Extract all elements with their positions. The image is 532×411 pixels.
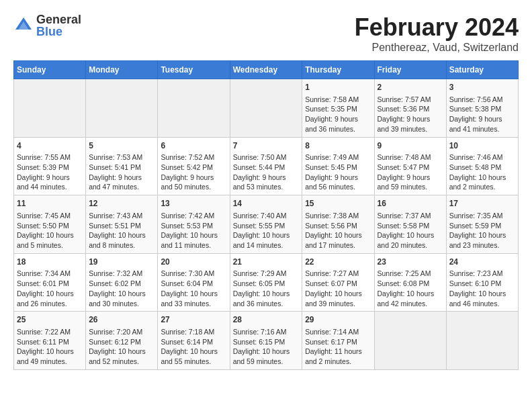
day-info: Sunrise: 7:57 AMSunset: 5:36 PMDaylight:… xyxy=(378,95,443,134)
day-info: Sunrise: 7:25 AMSunset: 6:08 PMDaylight:… xyxy=(378,269,443,308)
day-info: Sunrise: 7:14 AMSunset: 6:17 PMDaylight:… xyxy=(305,327,371,367)
logo: General Blue xyxy=(13,13,81,38)
calendar-cell: 14Sunrise: 7:40 AMSunset: 5:55 PMDayligh… xyxy=(230,195,302,254)
calendar-cell xyxy=(230,79,302,138)
calendar-cell: 11Sunrise: 7:45 AMSunset: 5:50 PMDayligh… xyxy=(14,195,86,254)
calendar-cell: 7Sunrise: 7:50 AMSunset: 5:44 PMDaylight… xyxy=(230,137,302,195)
calendar-body: 1Sunrise: 7:58 AMSunset: 5:35 PMDaylight… xyxy=(14,79,519,370)
day-info: Sunrise: 7:46 AMSunset: 5:48 PMDaylight:… xyxy=(449,152,515,192)
day-info: Sunrise: 7:30 AMSunset: 6:04 PMDaylight:… xyxy=(161,269,226,308)
calendar-cell: 12Sunrise: 7:43 AMSunset: 5:51 PMDayligh… xyxy=(86,195,158,254)
day-number: 29 xyxy=(305,314,371,326)
calendar-cell: 9Sunrise: 7:48 AMSunset: 5:47 PMDaylight… xyxy=(374,137,446,195)
calendar-cell: 20Sunrise: 7:30 AMSunset: 6:04 PMDayligh… xyxy=(158,253,230,312)
day-info: Sunrise: 7:37 AMSunset: 5:58 PMDaylight:… xyxy=(378,211,443,250)
calendar-cell: 24Sunrise: 7:23 AMSunset: 6:10 PMDayligh… xyxy=(446,253,518,312)
calendar-cell: 25Sunrise: 7:22 AMSunset: 6:11 PMDayligh… xyxy=(14,312,86,370)
day-number: 8 xyxy=(305,140,371,152)
weekday-sunday: Sunday xyxy=(14,61,86,79)
day-number: 12 xyxy=(89,198,154,210)
day-number: 21 xyxy=(233,257,300,268)
week-row-3: 18Sunrise: 7:34 AMSunset: 6:01 PMDayligh… xyxy=(14,253,519,312)
day-number: 11 xyxy=(17,198,83,210)
logo-general: General xyxy=(36,13,81,26)
calendar-cell xyxy=(446,312,518,370)
logo-icon xyxy=(13,15,34,36)
calendar-cell: 22Sunrise: 7:27 AMSunset: 6:07 PMDayligh… xyxy=(302,253,374,312)
day-info: Sunrise: 7:40 AMSunset: 5:55 PMDaylight:… xyxy=(233,211,300,250)
logo-blue: Blue xyxy=(36,26,81,38)
day-number: 19 xyxy=(89,257,154,268)
day-info: Sunrise: 7:50 AMSunset: 5:44 PMDaylight:… xyxy=(233,152,300,192)
day-info: Sunrise: 7:32 AMSunset: 6:02 PMDaylight:… xyxy=(89,269,154,308)
page-title: February 2024 xyxy=(355,13,519,42)
calendar-cell: 23Sunrise: 7:25 AMSunset: 6:08 PMDayligh… xyxy=(374,253,446,312)
day-number: 13 xyxy=(161,198,226,210)
calendar-cell: 15Sunrise: 7:38 AMSunset: 5:56 PMDayligh… xyxy=(302,195,374,254)
day-info: Sunrise: 7:58 AMSunset: 5:35 PMDaylight:… xyxy=(305,95,371,134)
calendar-cell: 16Sunrise: 7:37 AMSunset: 5:58 PMDayligh… xyxy=(374,195,446,254)
day-number: 1 xyxy=(305,82,371,93)
weekday-saturday: Saturday xyxy=(446,61,518,79)
day-info: Sunrise: 7:42 AMSunset: 5:53 PMDaylight:… xyxy=(161,211,226,250)
day-number: 18 xyxy=(17,257,83,268)
calendar-header: SundayMondayTuesdayWednesdayThursdayFrid… xyxy=(14,61,519,79)
day-info: Sunrise: 7:49 AMSunset: 5:45 PMDaylight:… xyxy=(305,152,371,192)
logo-text: General Blue xyxy=(36,13,81,38)
calendar-cell: 6Sunrise: 7:52 AMSunset: 5:42 PMDaylight… xyxy=(158,137,230,195)
day-info: Sunrise: 7:27 AMSunset: 6:07 PMDaylight:… xyxy=(305,269,371,308)
calendar-cell: 29Sunrise: 7:14 AMSunset: 6:17 PMDayligh… xyxy=(302,312,374,370)
day-number: 5 xyxy=(89,140,154,152)
day-info: Sunrise: 7:55 AMSunset: 5:39 PMDaylight:… xyxy=(17,152,83,192)
calendar-cell: 2Sunrise: 7:57 AMSunset: 5:36 PMDaylight… xyxy=(374,79,446,138)
calendar-table: SundayMondayTuesdayWednesdayThursdayFrid… xyxy=(13,60,519,370)
weekday-friday: Friday xyxy=(374,61,446,79)
day-info: Sunrise: 7:38 AMSunset: 5:56 PMDaylight:… xyxy=(305,211,371,250)
weekday-thursday: Thursday xyxy=(302,61,374,79)
day-info: Sunrise: 7:22 AMSunset: 6:11 PMDaylight:… xyxy=(17,327,83,367)
calendar-cell: 26Sunrise: 7:20 AMSunset: 6:12 PMDayligh… xyxy=(86,312,158,370)
day-number: 26 xyxy=(89,314,154,326)
day-number: 22 xyxy=(305,257,371,268)
calendar-cell: 19Sunrise: 7:32 AMSunset: 6:02 PMDayligh… xyxy=(86,253,158,312)
title-block: February 2024 Penthereaz, Vaud, Switzerl… xyxy=(355,13,519,54)
day-number: 20 xyxy=(161,257,226,268)
weekday-monday: Monday xyxy=(86,61,158,79)
weekday-tuesday: Tuesday xyxy=(158,61,230,79)
day-info: Sunrise: 7:29 AMSunset: 6:05 PMDaylight:… xyxy=(233,269,300,308)
calendar-cell: 4Sunrise: 7:55 AMSunset: 5:39 PMDaylight… xyxy=(14,137,86,195)
day-info: Sunrise: 7:53 AMSunset: 5:41 PMDaylight:… xyxy=(89,152,154,192)
week-row-4: 25Sunrise: 7:22 AMSunset: 6:11 PMDayligh… xyxy=(14,312,519,370)
week-row-0: 1Sunrise: 7:58 AMSunset: 5:35 PMDaylight… xyxy=(14,79,519,138)
calendar-cell: 5Sunrise: 7:53 AMSunset: 5:41 PMDaylight… xyxy=(86,137,158,195)
day-info: Sunrise: 7:20 AMSunset: 6:12 PMDaylight:… xyxy=(89,327,154,367)
day-number: 2 xyxy=(378,82,443,93)
calendar-cell xyxy=(86,79,158,138)
day-number: 4 xyxy=(17,140,83,152)
calendar-cell: 21Sunrise: 7:29 AMSunset: 6:05 PMDayligh… xyxy=(230,253,302,312)
day-info: Sunrise: 7:45 AMSunset: 5:50 PMDaylight:… xyxy=(17,211,83,250)
day-info: Sunrise: 7:35 AMSunset: 5:59 PMDaylight:… xyxy=(449,211,515,250)
day-info: Sunrise: 7:18 AMSunset: 6:14 PMDaylight:… xyxy=(161,327,226,367)
day-info: Sunrise: 7:43 AMSunset: 5:51 PMDaylight:… xyxy=(89,211,154,250)
day-info: Sunrise: 7:48 AMSunset: 5:47 PMDaylight:… xyxy=(378,152,443,192)
calendar-cell: 1Sunrise: 7:58 AMSunset: 5:35 PMDaylight… xyxy=(302,79,374,138)
day-number: 3 xyxy=(449,82,515,93)
day-number: 9 xyxy=(378,140,443,152)
week-row-1: 4Sunrise: 7:55 AMSunset: 5:39 PMDaylight… xyxy=(14,137,519,195)
day-number: 10 xyxy=(449,140,515,152)
calendar-cell: 18Sunrise: 7:34 AMSunset: 6:01 PMDayligh… xyxy=(14,253,86,312)
weekday-row: SundayMondayTuesdayWednesdayThursdayFrid… xyxy=(14,61,519,79)
calendar-cell: 17Sunrise: 7:35 AMSunset: 5:59 PMDayligh… xyxy=(446,195,518,254)
weekday-wednesday: Wednesday xyxy=(230,61,302,79)
calendar-cell xyxy=(374,312,446,370)
day-info: Sunrise: 7:23 AMSunset: 6:10 PMDaylight:… xyxy=(449,269,515,308)
day-info: Sunrise: 7:16 AMSunset: 6:15 PMDaylight:… xyxy=(233,327,300,367)
day-info: Sunrise: 7:56 AMSunset: 5:38 PMDaylight:… xyxy=(449,95,515,134)
day-number: 16 xyxy=(378,198,443,210)
day-number: 28 xyxy=(233,314,300,326)
calendar-cell xyxy=(158,79,230,138)
calendar-cell: 8Sunrise: 7:49 AMSunset: 5:45 PMDaylight… xyxy=(302,137,374,195)
calendar-cell: 3Sunrise: 7:56 AMSunset: 5:38 PMDaylight… xyxy=(446,79,518,138)
day-number: 25 xyxy=(17,314,83,326)
